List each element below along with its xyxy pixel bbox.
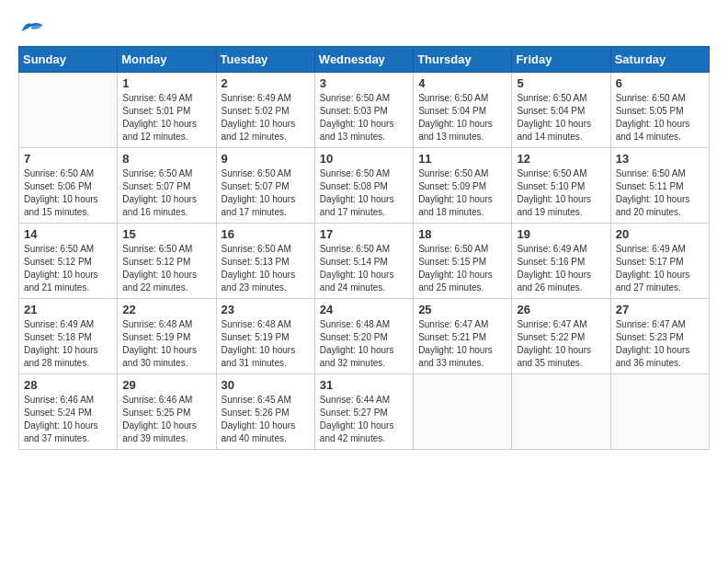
calendar-day-cell: 3Sunrise: 6:50 AMSunset: 5:03 PMDaylight…	[314, 73, 413, 148]
day-info: Sunrise: 6:50 AMSunset: 5:09 PMDaylight:…	[418, 167, 506, 219]
calendar-day-cell: 20Sunrise: 6:49 AMSunset: 5:17 PMDayligh…	[610, 224, 709, 299]
day-info: Sunrise: 6:49 AMSunset: 5:17 PMDaylight:…	[616, 243, 704, 294]
calendar-week-row: 14Sunrise: 6:50 AMSunset: 5:12 PMDayligh…	[19, 224, 710, 299]
logo-bird-icon	[18, 18, 44, 37]
day-number: 2	[222, 76, 310, 90]
calendar-day-cell: 25Sunrise: 6:47 AMSunset: 5:21 PMDayligh…	[414, 299, 512, 374]
day-number: 16	[222, 227, 310, 241]
calendar-day-cell: 26Sunrise: 6:47 AMSunset: 5:22 PMDayligh…	[512, 299, 610, 374]
weekday-header: Thursday	[414, 47, 512, 73]
calendar-day-cell: 31Sunrise: 6:44 AMSunset: 5:27 PMDayligh…	[314, 374, 413, 450]
day-info: Sunrise: 6:50 AMSunset: 5:12 PMDaylight:…	[24, 243, 112, 294]
day-number: 19	[517, 227, 605, 241]
day-info: Sunrise: 6:49 AMSunset: 5:01 PMDaylight:…	[122, 92, 210, 144]
calendar-day-cell: 27Sunrise: 6:47 AMSunset: 5:23 PMDayligh…	[610, 299, 709, 374]
day-number: 6	[616, 76, 704, 90]
day-info: Sunrise: 6:50 AMSunset: 5:07 PMDaylight:…	[122, 167, 210, 219]
calendar-day-cell: 30Sunrise: 6:45 AMSunset: 5:26 PMDayligh…	[216, 374, 314, 450]
weekday-header: Saturday	[610, 47, 709, 73]
calendar-day-cell: 5Sunrise: 6:50 AMSunset: 5:04 PMDaylight…	[512, 73, 610, 148]
calendar-day-cell	[610, 374, 709, 450]
calendar-week-row: 28Sunrise: 6:46 AMSunset: 5:24 PMDayligh…	[19, 374, 710, 450]
day-info: Sunrise: 6:45 AMSunset: 5:26 PMDaylight:…	[222, 394, 310, 445]
day-number: 24	[320, 303, 408, 316]
day-number: 21	[24, 303, 112, 316]
logo	[18, 18, 48, 37]
calendar-day-cell: 19Sunrise: 6:49 AMSunset: 5:16 PMDayligh…	[512, 224, 610, 299]
calendar-table: SundayMondayTuesdayWednesdayThursdayFrid…	[18, 46, 710, 450]
day-number: 20	[616, 227, 704, 241]
day-info: Sunrise: 6:50 AMSunset: 5:08 PMDaylight:…	[320, 167, 408, 219]
day-number: 9	[222, 152, 310, 166]
calendar-day-cell: 9Sunrise: 6:50 AMSunset: 5:07 PMDaylight…	[216, 148, 314, 224]
calendar-day-cell: 11Sunrise: 6:50 AMSunset: 5:09 PMDayligh…	[414, 148, 512, 224]
calendar-day-cell: 29Sunrise: 6:46 AMSunset: 5:25 PMDayligh…	[118, 374, 216, 450]
day-number: 11	[418, 152, 506, 166]
day-info: Sunrise: 6:50 AMSunset: 5:14 PMDaylight:…	[320, 243, 408, 294]
day-info: Sunrise: 6:50 AMSunset: 5:13 PMDaylight:…	[222, 243, 310, 294]
day-number: 10	[320, 152, 408, 166]
calendar-day-cell	[414, 374, 512, 450]
day-info: Sunrise: 6:49 AMSunset: 5:02 PMDaylight:…	[222, 92, 310, 144]
calendar-day-cell: 18Sunrise: 6:50 AMSunset: 5:15 PMDayligh…	[414, 224, 512, 299]
day-number: 26	[517, 303, 605, 316]
weekday-header: Monday	[118, 47, 216, 73]
calendar-day-cell: 17Sunrise: 6:50 AMSunset: 5:14 PMDayligh…	[314, 224, 413, 299]
calendar-day-cell: 28Sunrise: 6:46 AMSunset: 5:24 PMDayligh…	[19, 374, 118, 450]
day-number: 4	[418, 76, 506, 90]
day-info: Sunrise: 6:50 AMSunset: 5:10 PMDaylight:…	[517, 167, 605, 219]
day-number: 1	[122, 76, 210, 90]
day-number: 31	[320, 378, 408, 392]
header	[18, 18, 710, 37]
day-info: Sunrise: 6:50 AMSunset: 5:11 PMDaylight:…	[616, 167, 704, 219]
calendar-week-row: 7Sunrise: 6:50 AMSunset: 5:06 PMDaylight…	[19, 148, 710, 224]
day-number: 29	[122, 378, 210, 392]
day-info: Sunrise: 6:50 AMSunset: 5:12 PMDaylight:…	[122, 243, 210, 294]
day-number: 23	[222, 303, 310, 316]
calendar-day-cell: 2Sunrise: 6:49 AMSunset: 5:02 PMDaylight…	[216, 73, 314, 148]
day-info: Sunrise: 6:50 AMSunset: 5:15 PMDaylight:…	[418, 243, 506, 294]
weekday-header-row: SundayMondayTuesdayWednesdayThursdayFrid…	[19, 47, 710, 73]
day-number: 30	[222, 378, 310, 392]
day-number: 7	[24, 152, 112, 166]
day-info: Sunrise: 6:50 AMSunset: 5:04 PMDaylight:…	[517, 92, 605, 144]
calendar-day-cell: 15Sunrise: 6:50 AMSunset: 5:12 PMDayligh…	[118, 224, 216, 299]
calendar-day-cell: 24Sunrise: 6:48 AMSunset: 5:20 PMDayligh…	[314, 299, 413, 374]
day-info: Sunrise: 6:46 AMSunset: 5:25 PMDaylight:…	[122, 394, 210, 445]
day-number: 18	[418, 227, 506, 241]
weekday-header: Friday	[512, 47, 610, 73]
weekday-header: Wednesday	[314, 47, 413, 73]
day-number: 3	[320, 76, 408, 90]
day-number: 17	[320, 227, 408, 241]
day-number: 14	[24, 227, 112, 241]
day-number: 22	[122, 303, 210, 316]
calendar-day-cell: 6Sunrise: 6:50 AMSunset: 5:05 PMDaylight…	[610, 73, 709, 148]
day-info: Sunrise: 6:50 AMSunset: 5:07 PMDaylight:…	[222, 167, 310, 219]
calendar-day-cell: 13Sunrise: 6:50 AMSunset: 5:11 PMDayligh…	[610, 148, 709, 224]
weekday-header: Tuesday	[216, 47, 314, 73]
day-info: Sunrise: 6:48 AMSunset: 5:19 PMDaylight:…	[122, 318, 210, 370]
day-number: 12	[517, 152, 605, 166]
day-info: Sunrise: 6:47 AMSunset: 5:22 PMDaylight:…	[517, 318, 605, 370]
calendar-day-cell: 21Sunrise: 6:49 AMSunset: 5:18 PMDayligh…	[19, 299, 118, 374]
calendar-day-cell: 8Sunrise: 6:50 AMSunset: 5:07 PMDaylight…	[118, 148, 216, 224]
calendar-week-row: 21Sunrise: 6:49 AMSunset: 5:18 PMDayligh…	[19, 299, 710, 374]
day-number: 25	[418, 303, 506, 316]
day-info: Sunrise: 6:50 AMSunset: 5:05 PMDaylight:…	[616, 92, 704, 144]
day-info: Sunrise: 6:49 AMSunset: 5:18 PMDaylight:…	[24, 318, 112, 370]
weekday-header: Sunday	[19, 47, 118, 73]
day-number: 13	[616, 152, 704, 166]
day-info: Sunrise: 6:44 AMSunset: 5:27 PMDaylight:…	[320, 394, 408, 445]
day-info: Sunrise: 6:50 AMSunset: 5:06 PMDaylight:…	[24, 167, 112, 219]
calendar-day-cell	[512, 374, 610, 450]
calendar-day-cell: 22Sunrise: 6:48 AMSunset: 5:19 PMDayligh…	[118, 299, 216, 374]
calendar-day-cell: 7Sunrise: 6:50 AMSunset: 5:06 PMDaylight…	[19, 148, 118, 224]
calendar-day-cell: 10Sunrise: 6:50 AMSunset: 5:08 PMDayligh…	[314, 148, 413, 224]
calendar-day-cell	[19, 73, 118, 148]
day-info: Sunrise: 6:47 AMSunset: 5:23 PMDaylight:…	[616, 318, 704, 370]
day-info: Sunrise: 6:49 AMSunset: 5:16 PMDaylight:…	[517, 243, 605, 294]
day-info: Sunrise: 6:48 AMSunset: 5:20 PMDaylight:…	[320, 318, 408, 370]
day-info: Sunrise: 6:46 AMSunset: 5:24 PMDaylight:…	[24, 394, 112, 445]
day-number: 28	[24, 378, 112, 392]
calendar-day-cell: 23Sunrise: 6:48 AMSunset: 5:19 PMDayligh…	[216, 299, 314, 374]
